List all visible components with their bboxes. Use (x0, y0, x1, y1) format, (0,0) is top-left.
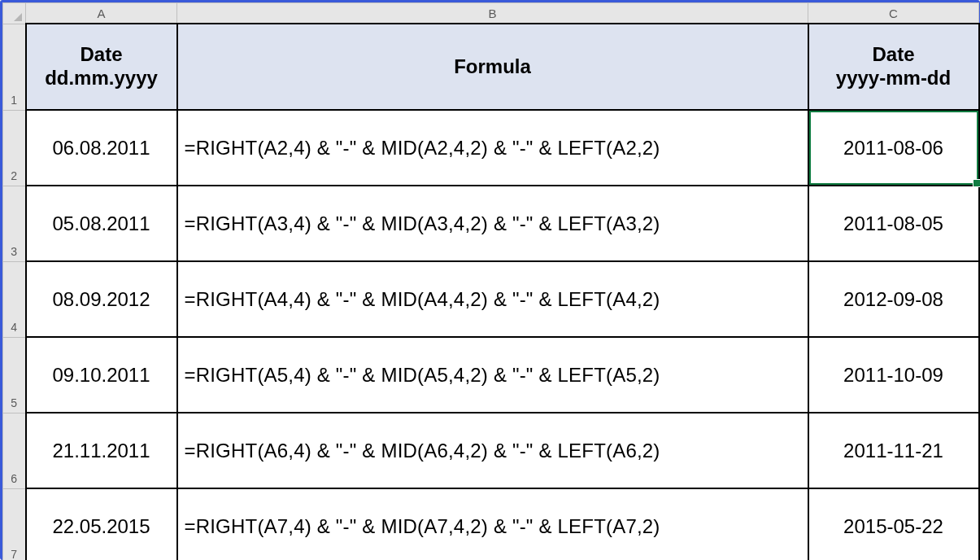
header-a-line1: Date (32, 43, 172, 67)
cell-C6[interactable]: 2011-11-21 (808, 413, 979, 488)
spreadsheet-grid: A B C 1 Date dd.mm.yyyy Formula Date yyy… (2, 2, 980, 560)
cell-B6[interactable]: =RIGHT(A6,4) & "-" & MID(A6,4,2) & "-" &… (177, 413, 808, 488)
cell-C4[interactable]: 2012-09-08 (808, 261, 979, 337)
table-row: 3 05.08.2011 =RIGHT(A3,4) & "-" & MID(A3… (3, 186, 979, 261)
cell-C3[interactable]: 2011-08-05 (808, 186, 979, 261)
cell-A5[interactable]: 09.10.2011 (26, 337, 177, 413)
header-b: Formula (454, 55, 531, 77)
cell-C2[interactable]: 2011-08-06 (808, 110, 979, 186)
table-row: 4 08.09.2012 =RIGHT(A4,4) & "-" & MID(A4… (3, 261, 979, 337)
row-header-7[interactable]: 7 (3, 488, 26, 560)
cell-B4[interactable]: =RIGHT(A4,4) & "-" & MID(A4,4,2) & "-" &… (177, 261, 808, 337)
row-header-1[interactable]: 1 (3, 24, 26, 110)
table-row: 7 22.05.2015 =RIGHT(A7,4) & "-" & MID(A7… (3, 488, 979, 560)
column-header-A[interactable]: A (26, 3, 177, 24)
cell-A1-header-date-in[interactable]: Date dd.mm.yyyy (26, 24, 177, 110)
spreadsheet-viewport: A B C 1 Date dd.mm.yyyy Formula Date yyy… (0, 0, 980, 560)
row-header-5[interactable]: 5 (3, 337, 26, 413)
cell-A7[interactable]: 22.05.2015 (26, 488, 177, 560)
column-header-C[interactable]: C (808, 3, 979, 24)
cell-B7[interactable]: =RIGHT(A7,4) & "-" & MID(A7,4,2) & "-" &… (177, 488, 808, 560)
cell-B3[interactable]: =RIGHT(A3,4) & "-" & MID(A3,4,2) & "-" &… (177, 186, 808, 261)
row-header-6[interactable]: 6 (3, 413, 26, 488)
header-a-line2: dd.mm.yyyy (32, 67, 172, 90)
table-row: 1 Date dd.mm.yyyy Formula Date yyyy-mm-d… (3, 24, 979, 110)
table-row: 5 09.10.2011 =RIGHT(A5,4) & "-" & MID(A5… (3, 337, 979, 413)
cell-A3[interactable]: 05.08.2011 (26, 186, 177, 261)
row-header-3[interactable]: 3 (3, 186, 26, 261)
cell-A2[interactable]: 06.08.2011 (26, 110, 177, 186)
table-row: 6 21.11.2011 =RIGHT(A6,4) & "-" & MID(A6… (3, 413, 979, 488)
cell-C1-header-date-out[interactable]: Date yyyy-mm-dd (808, 24, 979, 110)
column-header-row: A B C (3, 3, 979, 24)
table-row: 2 06.08.2011 =RIGHT(A2,4) & "-" & MID(A2… (3, 110, 979, 186)
cell-B2[interactable]: =RIGHT(A2,4) & "-" & MID(A2,4,2) & "-" &… (177, 110, 808, 186)
header-c-line2: yyyy-mm-dd (814, 67, 973, 90)
column-header-B[interactable]: B (177, 3, 808, 24)
row-header-2[interactable]: 2 (3, 110, 26, 186)
cell-C7[interactable]: 2015-05-22 (808, 488, 979, 560)
cell-C5[interactable]: 2011-10-09 (808, 337, 979, 413)
row-header-4[interactable]: 4 (3, 261, 26, 337)
select-all-corner[interactable] (3, 3, 26, 24)
cell-A6[interactable]: 21.11.2011 (26, 413, 177, 488)
cell-B1-header-formula[interactable]: Formula (177, 24, 808, 110)
cell-B5[interactable]: =RIGHT(A5,4) & "-" & MID(A5,4,2) & "-" &… (177, 337, 808, 413)
header-c-line1: Date (814, 43, 973, 67)
cell-A4[interactable]: 08.09.2012 (26, 261, 177, 337)
